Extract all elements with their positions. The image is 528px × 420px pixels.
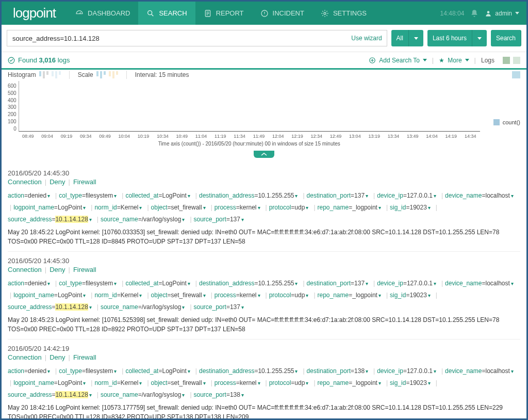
chevron-down-icon[interactable]: ▾ [294,281,299,286]
entry-label[interactable]: Connection [8,266,42,273]
results-body[interactable]: Histogram Scale Interval: 15 minutes 600… [2,66,526,418]
field-norm_id[interactable]: norm_id=Kernel▾ [94,377,143,389]
chevron-down-icon[interactable]: ▾ [257,380,261,386]
chevron-down-icon[interactable]: ▾ [113,368,118,374]
chevron-down-icon[interactable]: ▾ [365,193,369,199]
chevron-down-icon[interactable]: ▾ [427,293,432,298]
field-device_ip[interactable]: device_ip=127.0.0.1▾ [377,365,437,377]
field-source_port[interactable]: source_port=138▾ [194,389,245,401]
chevron-down-icon[interactable]: ▾ [240,304,245,310]
field-protocol[interactable]: protocol=udp▾ [269,202,310,214]
chevron-down-icon[interactable]: ▾ [305,293,309,298]
field-repo_name[interactable]: repo_name=_logpoint▾ [318,377,382,389]
chevron-down-icon[interactable]: ▾ [427,380,432,386]
search-button[interactable]: Search [491,30,521,46]
field-source_address[interactable]: source_address=10.1.14.128▾ [8,389,93,401]
chevron-down-icon[interactable]: ▾ [510,368,515,374]
entry-label[interactable]: Firewall [73,353,96,361]
scope-button[interactable]: All [391,30,409,46]
field-destination_address[interactable]: destination_address=10.1.255.255▾ [199,190,299,202]
field-process[interactable]: process=kernel▾ [214,289,261,301]
timerange-button[interactable]: Last 6 hours [427,30,472,46]
chart-options-icon[interactable] [512,71,520,78]
chevron-down-icon[interactable]: ▾ [181,217,186,222]
chevron-down-icon[interactable]: ▾ [427,205,432,211]
field-device_name[interactable]: device_name=localhost▾ [445,365,515,377]
chevron-down-icon[interactable]: ▾ [138,205,143,211]
chart-bars[interactable] [19,81,480,131]
more-button[interactable]: ★More [436,57,472,64]
field-col_type[interactable]: col_type=filesystem▾ [59,278,118,289]
field-object[interactable]: object=set_firewall▾ [151,289,207,301]
query-input[interactable] [7,30,387,46]
field-destination_port[interactable]: destination_port=138▾ [307,365,369,377]
chevron-down-icon[interactable]: ▾ [257,293,261,298]
field-repo_name[interactable]: repo_name=_logpoint▾ [318,289,382,301]
chevron-down-icon[interactable]: ▾ [433,193,437,199]
view-list-icon[interactable] [503,57,510,64]
chevron-down-icon[interactable]: ▾ [240,392,245,398]
field-action[interactable]: action=denied▾ [8,365,51,377]
field-sig_id[interactable]: sig_id=19023▾ [390,202,432,214]
field-destination_address[interactable]: destination_address=10.1.255.255▾ [199,365,299,377]
field-source_port[interactable]: source_port=137▾ [194,301,245,313]
field-repo_name[interactable]: repo_name=_logpoint▾ [318,202,382,214]
chevron-down-icon[interactable]: ▾ [305,380,309,386]
field-collected_at[interactable]: collected_at=LogPoint▾ [125,365,191,377]
chevron-down-icon[interactable]: ▾ [181,304,186,310]
chevron-down-icon[interactable]: ▾ [46,281,51,286]
chevron-down-icon[interactable]: ▾ [187,281,191,286]
use-wizard-link[interactable]: Use wizard [351,30,382,46]
scope-dropdown[interactable] [409,30,423,46]
chevron-down-icon[interactable]: ▾ [377,205,382,211]
entry-label[interactable]: Firewall [73,266,96,273]
nav-dashboard[interactable]: DASHBOARD [67,2,138,25]
chevron-down-icon[interactable]: ▾ [46,193,51,199]
chevron-down-icon[interactable]: ▾ [88,392,93,398]
field-action[interactable]: action=denied▾ [8,190,51,202]
chevron-down-icon[interactable]: ▾ [433,368,437,374]
user-menu[interactable]: admin [485,10,519,17]
chevron-down-icon[interactable]: ▾ [82,380,87,386]
nav-report[interactable]: REPORT [195,2,252,25]
field-logpoint_name[interactable]: logpoint_name=LogPoint▾ [13,202,87,214]
field-col_type[interactable]: col_type=filesystem▾ [59,365,118,377]
chevron-down-icon[interactable]: ▾ [113,193,118,199]
chevron-down-icon[interactable]: ▾ [510,281,515,286]
chevron-down-icon[interactable]: ▾ [294,193,299,199]
field-norm_id[interactable]: norm_id=Kernel▾ [94,289,143,301]
field-col_type[interactable]: col_type=filesystem▾ [59,190,118,202]
field-destination_address[interactable]: destination_address=10.1.255.255▾ [199,278,299,289]
chevron-down-icon[interactable]: ▾ [202,205,207,211]
chevron-down-icon[interactable]: ▾ [187,368,191,374]
chevron-down-icon[interactable]: ▾ [294,368,299,374]
chevron-down-icon[interactable]: ▾ [377,293,382,298]
entry-label[interactable]: Deny [50,178,65,186]
field-object[interactable]: object=set_firewall▾ [151,202,207,214]
histogram-style-icon[interactable] [39,71,48,78]
entry-label[interactable]: Deny [50,266,65,273]
field-sig_id[interactable]: sig_id=19023▾ [390,289,432,301]
field-destination_port[interactable]: destination_port=137▾ [307,190,369,202]
chevron-down-icon[interactable]: ▾ [88,217,93,222]
field-logpoint_name[interactable]: logpoint_name=LogPoint▾ [13,377,87,389]
field-logpoint_name[interactable]: logpoint_name=LogPoint▾ [13,289,87,301]
collapse-handle[interactable] [254,151,274,158]
entry-label[interactable]: Deny [50,353,65,361]
chevron-down-icon[interactable]: ▾ [187,193,191,199]
chevron-down-icon[interactable]: ▾ [377,380,382,386]
field-source_address[interactable]: source_address=10.1.14.128▾ [8,214,93,225]
scale-log-icon[interactable] [109,71,118,78]
nav-search[interactable]: SEARCH [138,2,195,25]
chevron-down-icon[interactable]: ▾ [138,293,143,298]
field-device_ip[interactable]: device_ip=127.0.0.1▾ [377,278,437,289]
chevron-down-icon[interactable]: ▾ [113,281,118,286]
chevron-down-icon[interactable]: ▾ [305,205,309,211]
timerange-dropdown[interactable] [472,30,487,46]
field-action[interactable]: action=denied▾ [8,278,51,289]
chevron-down-icon[interactable]: ▾ [181,392,186,398]
field-device_name[interactable]: device_name=localhost▾ [445,190,515,202]
add-search-to-button[interactable]: Add Search To [366,57,430,64]
field-source_name[interactable]: source_name=/var/log/syslog▾ [101,389,186,401]
field-sig_id[interactable]: sig_id=19023▾ [390,377,432,389]
